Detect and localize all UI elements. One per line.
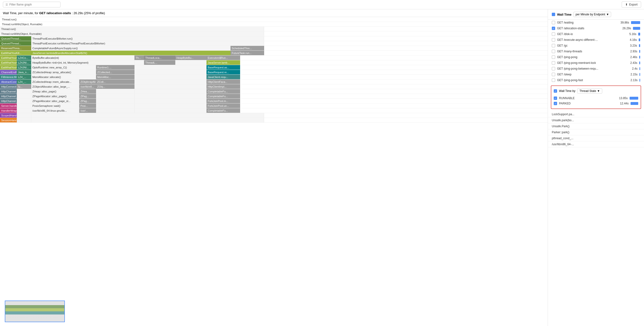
flame-cell[interactable]: ZPageAllocator::alloc_page_st... <box>31 99 79 103</box>
flame-cell[interactable] <box>134 70 206 74</box>
endpoint-item[interactable]: GET /execute-async-different-...4.16s <box>548 37 644 43</box>
flame-cell[interactable]: /u... <box>17 84 31 89</box>
flame-cell[interactable]: ZObjectAllocator::alloc_large_... <box>31 84 79 89</box>
flame-cell[interactable] <box>175 60 206 65</box>
flame-cell[interactable]: MemAlloc... <box>96 75 134 79</box>
flame-cell[interactable]: ZColl... <box>96 80 134 84</box>
endpoint-checkbox[interactable] <box>552 78 555 82</box>
flame-cell[interactable]: ScopedHandler... <box>0 113 17 118</box>
thread-state-checkbox[interactable]: ✓ <box>554 102 557 105</box>
flame-cell[interactable]: /usr/... <box>79 108 96 113</box>
flame-cell[interactable]: ThreadLoca... <box>144 56 175 60</box>
flame-cell[interactable]: ZHeap::alloc_page() <box>31 89 79 94</box>
flame-cell[interactable] <box>31 113 264 118</box>
flame-cell[interactable]: FutureTask.run... <box>230 51 264 55</box>
flame-cell[interactable] <box>96 94 134 98</box>
flame-cell[interactable]: HttpChannel.ha... <box>0 89 17 94</box>
flame-cell[interactable]: FillInterest.fillab... <box>0 75 17 79</box>
flame-cell[interactable] <box>134 75 206 79</box>
flame-cell[interactable] <box>134 94 206 98</box>
endpoint-checkbox[interactable] <box>552 44 555 47</box>
thread-state-checkbox[interactable]: ✓ <box>554 89 557 93</box>
thread-state-dropdown[interactable]: Thread State ▼ <box>577 88 602 94</box>
flame-cell[interactable]: HandlerWrappe... <box>0 108 17 113</box>
flame-cell[interactable]: ChannelEndPoi... <box>0 70 17 74</box>
flame-cell[interactable]: EatWhatYouKill... <box>0 60 17 65</box>
flame-cell[interactable]: ZCollectedHeap::mem_allocate... <box>31 80 79 84</box>
flame-cell[interactable]: /usr/lib/x86_64-linux-gnu/lib... <box>31 108 79 113</box>
flame-cell[interactable] <box>17 104 31 108</box>
flame-cell[interactable]: CompletableFu... <box>206 89 240 94</box>
flame-cell[interactable] <box>134 108 206 113</box>
flame-cell[interactable]: ZObj... <box>96 84 134 89</box>
endpoint-checkbox[interactable] <box>552 61 555 64</box>
filter-input[interactable] <box>9 3 58 6</box>
flame-cell[interactable]: Th... <box>134 56 144 60</box>
flame-cell[interactable]: CompletableFuture$AsyncSupply.run() <box>31 46 230 50</box>
endpoint-item[interactable]: GET /disk-io5.16s <box>548 31 644 37</box>
flame-cell[interactable]: QueuedThread... <box>0 36 31 41</box>
flame-cell[interactable]: QueuedThread... <box>0 41 31 46</box>
flame-cell[interactable]: ForkJoinPool.un... <box>206 104 240 108</box>
flame-cell[interactable]: LZ4JNI... <box>17 60 31 65</box>
export-button[interactable]: ⬆ Export <box>622 2 641 8</box>
flame-cell[interactable]: LZ4Co... <box>17 56 31 60</box>
flame-cell[interactable] <box>134 65 206 70</box>
endpoint-item[interactable]: GET /ping-pong2.46s <box>548 54 644 60</box>
endpoint-checkbox[interactable] <box>552 56 555 59</box>
stack-item[interactable]: Parker::park() <box>548 130 644 136</box>
flame-cell[interactable]: HeapByteBu... <box>175 56 206 60</box>
per-minute-dropdown[interactable]: per Minute by Endpoint ▼ <box>574 12 611 17</box>
flame-cell[interactable]: ByteBuffer.allocate(int) <box>31 56 134 60</box>
flame-cell[interactable]: JavaServer.lambda$handleAllocationStall$… <box>31 51 230 55</box>
flame-cell[interactable]: ZObjArrayAll... <box>79 80 96 84</box>
flame-cell[interactable] <box>134 60 144 65</box>
flame-cell[interactable] <box>96 99 134 103</box>
flame-cell[interactable]: ZHea... <box>79 89 96 94</box>
flame-cell[interactable]: SessionHandler... <box>0 118 17 122</box>
endpoint-checkbox[interactable] <box>552 73 555 76</box>
flame-cell[interactable]: Thread.runWith(Object, Runnable) <box>0 22 548 26</box>
flame-cell[interactable]: JavaClient.requ... <box>206 75 240 79</box>
flame-cell[interactable]: EatWhatYouKill... <box>0 65 17 70</box>
flame-cell[interactable]: BaseRequest.as... <box>206 65 240 70</box>
flame-cell[interactable]: CompletableFu... <box>206 94 240 98</box>
flame-cell[interactable]: ZPag... <box>79 99 96 103</box>
flame-cell[interactable] <box>134 80 206 84</box>
flame-cell[interactable]: HttpClientImpl... <box>206 84 240 89</box>
flame-cell[interactable]: PosixSemaphore::wait() <box>31 104 79 108</box>
flame-cell[interactable]: HttpConnection... <box>0 84 17 89</box>
flame-cell[interactable] <box>134 104 206 108</box>
flame-cell[interactable]: Runtime1:... <box>96 65 134 70</box>
flame-cell[interactable]: ZPag... <box>79 94 96 98</box>
flame-cell[interactable]: Executors$Run... <box>206 56 240 60</box>
flame-cell[interactable] <box>96 89 134 94</box>
endpoint-item[interactable]: GET /many-threads2.93s <box>548 48 644 54</box>
flame-cell[interactable] <box>134 89 206 94</box>
endpoint-checkbox[interactable] <box>552 38 555 42</box>
flame-cell[interactable]: HeapByteBuffer.<init>(int, int, MemorySe… <box>31 60 134 65</box>
flame-cell[interactable] <box>96 108 134 113</box>
flame-cell[interactable] <box>134 99 206 103</box>
flame-cell[interactable]: EatWhatYouKill... <box>0 51 31 55</box>
endpoint-item[interactable]: GET /ping-pong-reentrant-lock2.43s <box>548 60 644 66</box>
endpoint-checkbox[interactable] <box>552 32 555 36</box>
flame-cell[interactable]: ThreadL... <box>144 60 175 65</box>
flame-cell[interactable]: CompletableFu... <box>206 108 240 113</box>
flame-cell[interactable]: AbstractConnec... <box>0 80 17 84</box>
endpoint-item[interactable]: GET /sleep2.15s <box>548 72 644 77</box>
flame-cell[interactable] <box>17 99 31 103</box>
flame-cell[interactable]: BaseRequest.re... <box>206 70 240 74</box>
flame-cell[interactable]: MemAllocator::allocate() <box>31 75 96 79</box>
flame-cell[interactable]: ThreadPoolExecutor$Worker.run() <box>31 36 264 41</box>
endpoint-item[interactable]: GET /gc3.23s <box>548 43 644 48</box>
flame-cell[interactable] <box>17 113 31 118</box>
endpoint-checkbox[interactable] <box>552 21 555 24</box>
endpoint-item[interactable]: GET /waiting39.86s <box>548 20 644 26</box>
stack-item[interactable]: Unsafe.park(bo... <box>548 118 644 124</box>
flame-cell[interactable]: LZ4_... <box>17 75 31 79</box>
flame-cell[interactable]: HttpChannel.dis... <box>0 94 17 98</box>
flame-cell[interactable] <box>17 89 31 94</box>
flame-cell[interactable]: HttpChannel.la... <box>0 99 17 103</box>
flame-cell[interactable] <box>17 118 31 122</box>
